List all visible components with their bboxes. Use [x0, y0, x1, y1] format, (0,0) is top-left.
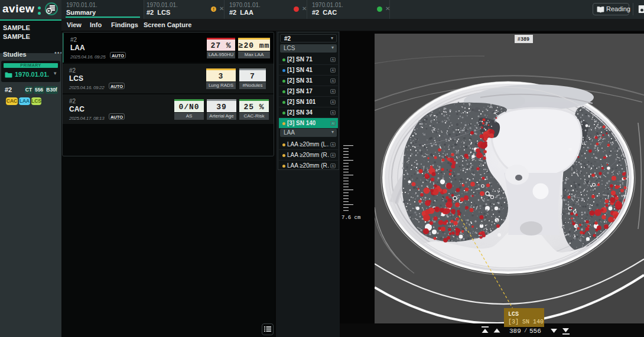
- svg-text:[3] SN 140: [3] SN 140: [508, 319, 544, 325]
- svg-text:#389: #389: [518, 37, 529, 42]
- svg-text:LCS: LCS: [508, 311, 519, 318]
- svg-text:7.6 cm: 7.6 cm: [341, 215, 360, 221]
- svg-text:/: /: [524, 328, 527, 334]
- svg-text:556: 556: [529, 328, 541, 335]
- svg-text:389: 389: [509, 328, 521, 335]
